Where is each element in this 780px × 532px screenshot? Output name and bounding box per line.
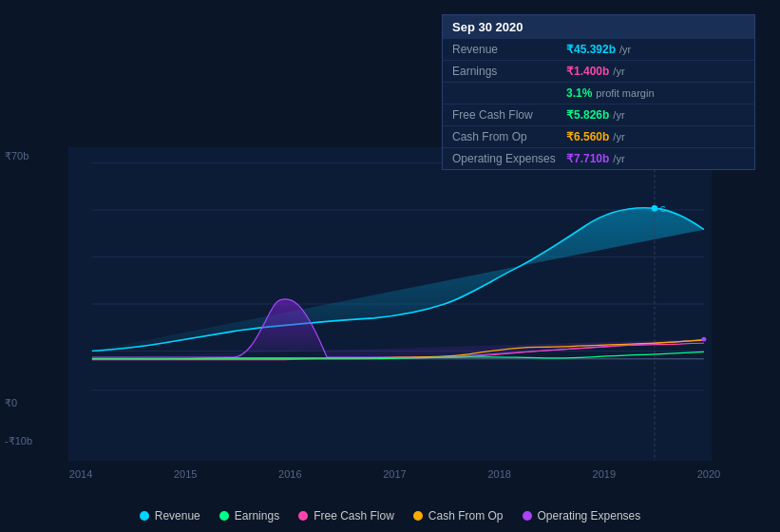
tooltip-row-revenue: Revenue ₹45.392b /yr (443, 39, 754, 61)
legend-cashfromop[interactable]: Cash From Op (413, 509, 504, 522)
tooltip-date: Sep 30 2020 (443, 15, 754, 39)
tooltip-row-opex: Operating Expenses ₹7.710b /yr (443, 148, 754, 169)
tooltip-value-fcf: ₹5.826b (566, 108, 609, 122)
legend-label-cashfromop: Cash From Op (428, 509, 504, 522)
tooltip-row-fcf: Free Cash Flow ₹5.826b /yr (443, 104, 754, 126)
x-label-2018: 2018 (487, 468, 510, 480)
legend-label-opex: Operating Expenses (538, 509, 641, 522)
tooltip-unit-cashfromop: /yr (613, 131, 624, 142)
tooltip-label-earnings: Earnings (452, 65, 566, 78)
legend-opex[interactable]: Operating Expenses (523, 509, 641, 522)
x-label-2017: 2017 (383, 468, 406, 480)
x-label-2014: 2014 (69, 468, 92, 480)
x-label-2020: 2020 (697, 468, 720, 480)
legend-label-earnings: Earnings (235, 509, 279, 522)
tooltip-unit-fcf: /yr (613, 109, 624, 121)
x-label-2019: 2019 (593, 468, 616, 480)
legend-earnings[interactable]: Earnings (219, 509, 279, 522)
legend-dot-opex (523, 511, 532, 521)
tooltip-value-cashfromop: ₹6.560b (566, 130, 609, 143)
tooltip-unit-revenue: /yr (619, 44, 631, 55)
tooltip-row-earnings: Earnings ₹1.400b /yr (443, 61, 754, 83)
chart-legend: Revenue Earnings Free Cash Flow Cash Fro… (0, 509, 780, 522)
tooltip-unit-earnings: /yr (613, 66, 624, 77)
legend-dot-earnings (219, 511, 229, 521)
svg-point-11 (652, 205, 658, 212)
tooltip-value-earnings: ₹1.400b (566, 65, 609, 78)
legend-fcf[interactable]: Free Cash Flow (298, 509, 394, 522)
main-chart: C (0, 147, 780, 461)
tooltip-row-profit-margin: 3.1% profit margin (443, 83, 754, 104)
legend-dot-cashfromop (413, 511, 423, 521)
tooltip-value-revenue: ₹45.392b (566, 43, 616, 56)
tooltip-row-cashfromop: Cash From Op ₹6.560b /yr (443, 126, 754, 148)
svg-text:C: C (660, 205, 666, 214)
legend-dot-revenue (140, 511, 149, 521)
x-label-2015: 2015 (174, 468, 197, 480)
legend-label-revenue: Revenue (155, 509, 200, 522)
x-label-2016: 2016 (278, 468, 301, 480)
x-axis: 2014 2015 2016 2017 2018 2019 2020 (0, 463, 780, 480)
tooltip-value-opex: ₹7.710b (566, 152, 609, 165)
tooltip-label-cashfromop: Cash From Op (452, 130, 566, 143)
legend-dot-fcf (298, 511, 308, 521)
svg-point-13 (701, 337, 706, 342)
tooltip-label-opex: Operating Expenses (452, 152, 566, 165)
legend-label-fcf: Free Cash Flow (314, 509, 394, 522)
tooltip-profit-margin: 3.1% (566, 86, 592, 100)
legend-revenue[interactable]: Revenue (140, 509, 200, 522)
data-tooltip: Sep 30 2020 Revenue ₹45.392b /yr Earning… (442, 14, 755, 170)
tooltip-unit-opex: /yr (613, 153, 624, 164)
tooltip-label-fcf: Free Cash Flow (452, 108, 566, 122)
tooltip-label-revenue: Revenue (452, 43, 566, 56)
